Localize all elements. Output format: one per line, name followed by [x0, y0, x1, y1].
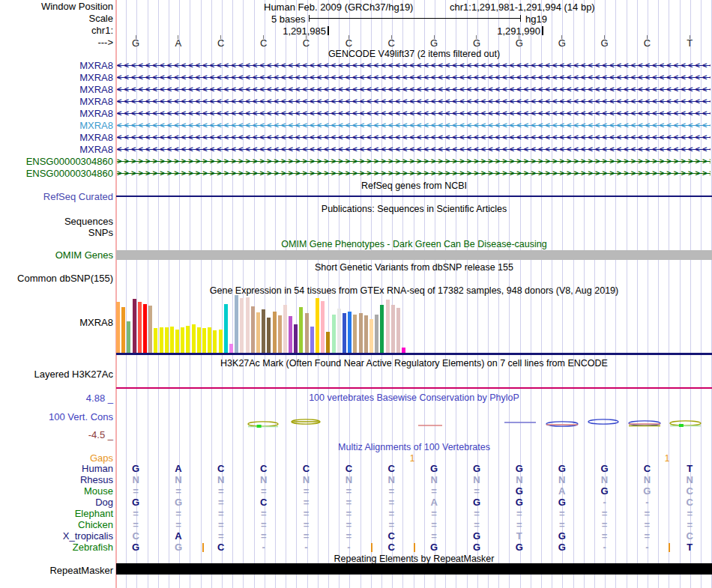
transcript-label[interactable]: ENSG00000304860	[0, 168, 113, 179]
transcript-label[interactable]: MXRA8	[0, 84, 113, 95]
gencode-track-title[interactable]: GENCODE V49lift37 (2 items filtered out)	[116, 49, 712, 59]
expression-bar[interactable]	[143, 304, 147, 353]
expression-bar[interactable]	[310, 327, 314, 353]
expression-bar[interactable]	[316, 298, 319, 353]
species-label[interactable]: Zebrafish	[0, 542, 113, 553]
transcript-row[interactable]: MXRA8<<<<<<<<<<<<<<<<<<<<<<<<<<<<<<<<<<<…	[0, 120, 712, 131]
dbsnp-label[interactable]: Common dbSNP(155)	[0, 273, 113, 284]
expression-bar[interactable]	[235, 295, 238, 353]
expression-bar[interactable]	[138, 302, 142, 353]
transcript-row[interactable]: MXRA8<<<<<<<<<<<<<<<<<<<<<<<<<<<<<<<<<<<…	[0, 72, 712, 83]
expression-bar[interactable]	[186, 326, 190, 353]
transcript-label[interactable]: MXRA8	[0, 120, 113, 131]
expression-bar[interactable]	[170, 327, 174, 353]
expression-bar[interactable]	[160, 327, 163, 353]
gtex-gene-label[interactable]: MXRA8	[0, 318, 113, 328]
species-label[interactable]: X_tropicalis	[0, 531, 113, 542]
transcript-label[interactable]: MXRA8	[0, 60, 113, 71]
transcript-row[interactable]: MXRA8<<<<<<<<<<<<<<<<<<<<<<<<<<<<<<<<<<<…	[0, 108, 712, 119]
h3k27ac-track-title[interactable]: H3K27Ac Mark (Often Found Near Active Re…	[116, 359, 712, 369]
expression-bar[interactable]	[326, 332, 330, 353]
expression-bar[interactable]	[181, 327, 184, 353]
expression-bar[interactable]	[305, 313, 309, 353]
omim-genes-label[interactable]: OMIM Genes	[0, 250, 113, 261]
dbsnp-track-title[interactable]: Short Genetic Variants from dbSNP releas…	[116, 263, 712, 273]
conservation-label[interactable]: 100 Vert. Cons	[0, 412, 113, 422]
multiz-track-title[interactable]: Multiz Alignments of 100 Vertebrates	[116, 443, 712, 452]
expression-bar[interactable]	[359, 313, 363, 353]
publications-track-title[interactable]: Publications: Sequences in Scientific Ar…	[116, 204, 712, 214]
species-label[interactable]: Elephant	[0, 509, 113, 519]
species-label[interactable]: Mouse	[0, 486, 113, 497]
transcript-row[interactable]: MXRA8<<<<<<<<<<<<<<<<<<<<<<<<<<<<<<<<<<<…	[0, 84, 712, 95]
expression-bar[interactable]	[127, 321, 130, 353]
transcript-label[interactable]: MXRA8	[0, 108, 113, 119]
expression-bar[interactable]	[219, 330, 223, 353]
transcript-label[interactable]: ENSG00000304860	[0, 156, 113, 167]
expression-bar[interactable]	[369, 319, 373, 353]
expression-bar[interactable]	[202, 328, 206, 353]
expression-bar[interactable]	[348, 312, 352, 353]
expression-bar[interactable]	[337, 309, 341, 353]
transcript-row[interactable]: MXRA8<<<<<<<<<<<<<<<<<<<<<<<<<<<<<<<<<<<…	[0, 96, 712, 107]
expression-bar[interactable]	[165, 327, 169, 353]
expression-bar[interactable]	[402, 348, 405, 353]
expression-bar[interactable]	[299, 307, 303, 353]
expression-bar[interactable]	[375, 315, 378, 353]
expression-bar[interactable]	[208, 327, 211, 353]
gtex-track-title[interactable]: Gene Expression in 54 tissues from GTEx …	[116, 286, 712, 296]
transcript-row[interactable]: MXRA8<<<<<<<<<<<<<<<<<<<<<<<<<<<<<<<<<<<…	[0, 144, 712, 155]
expression-bar[interactable]	[116, 302, 120, 353]
refseq-track-title[interactable]: RefSeq genes from NCBI	[116, 181, 712, 191]
expression-bar[interactable]	[262, 309, 265, 353]
expression-bar[interactable]	[364, 315, 368, 353]
expression-bar[interactable]	[267, 318, 271, 353]
transcript-label[interactable]: MXRA8	[0, 96, 113, 107]
expression-bar[interactable]	[148, 306, 152, 353]
expression-bar[interactable]	[353, 315, 357, 353]
expression-bar[interactable]	[278, 315, 282, 353]
expression-bar[interactable]	[154, 328, 157, 353]
expression-bar[interactable]	[343, 313, 346, 353]
conservation-track-title[interactable]: 100 vertebrates Basewise Conservation by…	[116, 393, 712, 403]
expression-bar[interactable]	[192, 324, 196, 353]
transcript-label[interactable]: MXRA8	[0, 144, 113, 155]
species-label[interactable]: Human	[0, 464, 113, 474]
repeatmasker-element-bar[interactable]	[116, 563, 712, 575]
expression-bar[interactable]	[240, 298, 244, 353]
h3k27ac-label[interactable]: Layered H3K27Ac	[0, 369, 113, 380]
expression-bar[interactable]	[256, 312, 260, 353]
transcript-row[interactable]: ENSG00000304860>>>>>>>>>>>>>>>>>>>>>>>>>…	[0, 156, 712, 167]
publications-snps-label[interactable]: SNPs	[0, 228, 113, 238]
transcript-label[interactable]: MXRA8	[0, 72, 113, 83]
expression-bar[interactable]	[380, 305, 384, 353]
expression-bar[interactable]	[213, 330, 217, 353]
species-label[interactable]: Chicken	[0, 520, 113, 530]
species-label[interactable]: Rhesus	[0, 475, 113, 485]
expression-bar[interactable]	[175, 330, 179, 353]
expression-bar[interactable]	[386, 300, 390, 353]
expression-bar[interactable]	[273, 312, 277, 353]
species-label[interactable]: Dog	[0, 497, 113, 508]
strand-direction-label[interactable]: --->	[0, 37, 113, 48]
expression-bar[interactable]	[396, 308, 400, 353]
gaps-label[interactable]: Gaps	[0, 453, 113, 464]
refseq-gene-bar[interactable]	[116, 196, 712, 197]
expression-bar[interactable]	[294, 324, 298, 353]
transcript-label[interactable]: MXRA8	[0, 132, 113, 143]
transcript-row[interactable]: MXRA8<<<<<<<<<<<<<<<<<<<<<<<<<<<<<<<<<<<…	[0, 132, 712, 143]
expression-bar[interactable]	[251, 306, 255, 353]
omim-gene-bar[interactable]	[116, 250, 712, 260]
expression-bar[interactable]	[133, 299, 136, 353]
omim-track-title[interactable]: OMIM Gene Phenotypes - Dark Green Can Be…	[116, 240, 712, 249]
transcript-row[interactable]: ENSG00000304860>>>>>>>>>>>>>>>>>>>>>>>>>…	[0, 168, 712, 179]
expression-bar[interactable]	[246, 297, 250, 353]
expression-bar[interactable]	[121, 307, 125, 353]
transcript-row[interactable]: MXRA8<<<<<<<<<<<<<<<<<<<<<<<<<<<<<<<<<<<…	[0, 60, 712, 71]
expression-bar[interactable]	[229, 344, 233, 353]
repeatmasker-label[interactable]: RepeatMasker	[0, 566, 113, 576]
expression-bar[interactable]	[283, 305, 287, 353]
publications-sequences-label[interactable]: Sequences	[0, 216, 113, 227]
expression-bar[interactable]	[391, 305, 395, 353]
expression-bar[interactable]	[289, 316, 292, 353]
